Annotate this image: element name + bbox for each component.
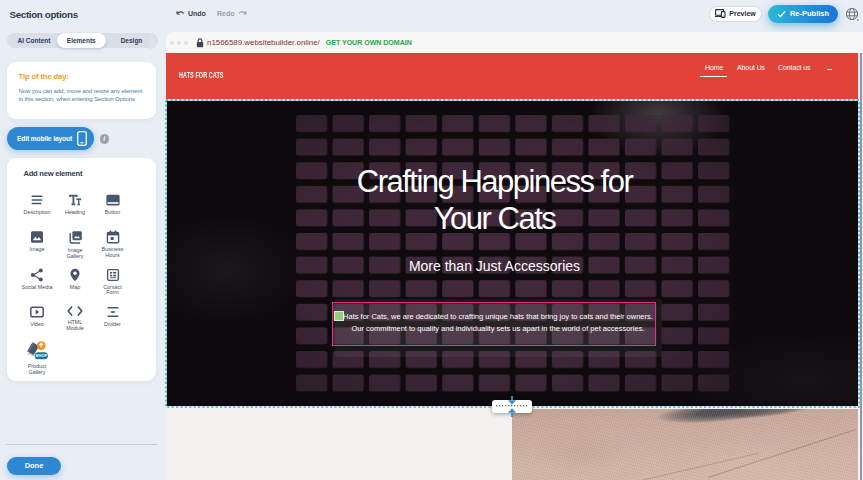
svg-text:SHOP: SHOP [35,353,47,358]
